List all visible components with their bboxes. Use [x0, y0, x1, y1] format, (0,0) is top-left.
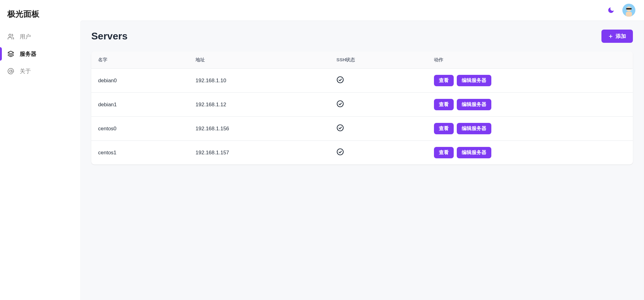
action-buttons: 查看编辑服务器	[434, 99, 626, 110]
table-row: debian1192.168.1.12查看编辑服务器	[91, 93, 633, 117]
column-header-actions: 动作	[427, 51, 633, 69]
view-button[interactable]: 查看	[434, 75, 454, 86]
add-button[interactable]: 添加	[601, 30, 633, 43]
cell-ssh-status	[330, 141, 427, 165]
nav: 用户 服务器 关于	[0, 28, 80, 80]
cell-ssh-status	[330, 117, 427, 141]
check-circle-icon	[336, 127, 344, 133]
cell-address: 192.168.1.12	[189, 93, 330, 117]
check-circle-icon	[336, 79, 344, 85]
cell-actions: 查看编辑服务器	[427, 141, 633, 165]
sidebar-item-label: 用户	[20, 33, 31, 40]
cell-ssh-status	[330, 69, 427, 93]
svg-point-11	[337, 125, 343, 131]
at-sign-icon	[7, 68, 14, 75]
table-header-row: 名字 地址 SSH状态 动作	[91, 51, 633, 69]
avatar-button[interactable]	[622, 4, 635, 17]
users-icon	[7, 33, 14, 40]
cell-actions: 查看编辑服务器	[427, 93, 633, 117]
column-header-address: 地址	[189, 51, 330, 69]
table-row: centos0192.168.1.156查看编辑服务器	[91, 117, 633, 141]
svg-rect-6	[626, 12, 632, 17]
cell-ssh-status	[330, 93, 427, 117]
sidebar-item-label: 关于	[20, 67, 31, 75]
sidebar-item-servers[interactable]: 服务器	[0, 45, 80, 63]
action-buttons: 查看编辑服务器	[434, 75, 626, 86]
table-row: debian0192.168.1.10查看编辑服务器	[91, 69, 633, 93]
edit-server-button[interactable]: 编辑服务器	[457, 147, 491, 158]
view-button[interactable]: 查看	[434, 123, 454, 134]
cell-address: 192.168.1.156	[189, 117, 330, 141]
column-header-ssh-status: SSH状态	[330, 51, 427, 69]
content-area: Servers 添加 名字 地址 SSH状态	[80, 20, 644, 300]
edit-server-button[interactable]: 编辑服务器	[457, 123, 491, 134]
topbar	[80, 0, 644, 20]
cell-actions: 查看编辑服务器	[427, 117, 633, 141]
cell-name: centos0	[91, 117, 189, 141]
check-circle-icon	[336, 103, 344, 109]
svg-point-10	[337, 101, 343, 107]
cell-name: debian1	[91, 93, 189, 117]
svg-point-2	[10, 70, 12, 72]
servers-table-card: 名字 地址 SSH状态 动作 debian0192.168.1.10查看编辑服务…	[91, 51, 633, 164]
action-buttons: 查看编辑服务器	[434, 123, 626, 134]
cell-actions: 查看编辑服务器	[427, 69, 633, 93]
moon-icon	[607, 6, 615, 14]
svg-rect-5	[626, 8, 632, 10]
view-button[interactable]: 查看	[434, 147, 454, 158]
servers-table: 名字 地址 SSH状态 动作 debian0192.168.1.10查看编辑服务…	[91, 51, 633, 164]
view-button[interactable]: 查看	[434, 99, 454, 110]
cell-address: 192.168.1.157	[189, 141, 330, 165]
action-buttons: 查看编辑服务器	[434, 147, 626, 158]
sidebar-item-users[interactable]: 用户	[0, 28, 80, 45]
cell-name: debian0	[91, 69, 189, 93]
svg-marker-1	[8, 51, 14, 54]
cell-address: 192.168.1.10	[189, 69, 330, 93]
edit-server-button[interactable]: 编辑服务器	[457, 75, 491, 86]
table-row: centos1192.168.1.157查看编辑服务器	[91, 141, 633, 165]
add-button-label: 添加	[616, 33, 626, 40]
brand-title: 极光面板	[0, 6, 80, 28]
sidebar-item-label: 服务器	[20, 50, 36, 58]
sidebar: 极光面板 用户	[0, 0, 80, 300]
edit-server-button[interactable]: 编辑服务器	[457, 99, 491, 110]
svg-point-0	[9, 34, 11, 36]
page-header: Servers 添加	[91, 30, 633, 43]
cell-name: centos1	[91, 141, 189, 165]
svg-point-9	[337, 77, 343, 83]
sidebar-item-about[interactable]: 关于	[0, 63, 80, 80]
layers-icon	[7, 51, 14, 57]
column-header-name: 名字	[91, 51, 189, 69]
check-circle-icon	[336, 151, 344, 157]
avatar-icon	[622, 4, 635, 17]
theme-toggle-button[interactable]	[607, 6, 615, 14]
plus-icon	[608, 34, 613, 39]
svg-point-12	[337, 149, 343, 155]
page-title: Servers	[91, 30, 127, 42]
